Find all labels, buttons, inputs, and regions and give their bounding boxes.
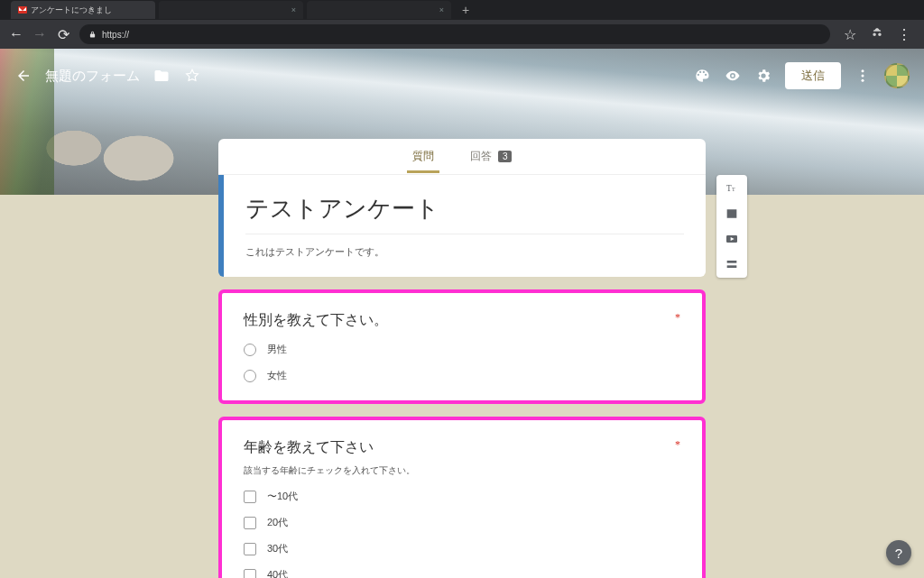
new-tab-button[interactable]: + (455, 3, 476, 17)
radio-option[interactable]: 女性 (244, 369, 680, 382)
add-section-icon[interactable] (724, 256, 740, 272)
checkbox-option[interactable]: 20代 (244, 516, 680, 529)
required-indicator: * (675, 438, 680, 452)
star-icon[interactable]: ☆ (843, 26, 857, 43)
checkbox-option[interactable]: 〜10代 (244, 490, 680, 503)
tab-label: 質問 (412, 150, 434, 162)
svg-text:T: T (726, 184, 732, 193)
preview-icon[interactable] (724, 67, 742, 85)
send-button[interactable]: 送信 (785, 62, 841, 89)
question-help[interactable]: 該当する年齢にチェックを入れて下さい。 (244, 464, 680, 477)
folder-icon[interactable] (152, 67, 171, 85)
option-label: 男性 (267, 343, 287, 356)
tab-responses[interactable]: 回答 3 (465, 140, 518, 173)
question-card[interactable]: 年齢を教えて下さい * 該当する年齢にチェックを入れて下さい。 〜10代 20代… (218, 417, 706, 578)
option-label: 〜10代 (267, 490, 298, 503)
radio-icon[interactable] (244, 344, 256, 356)
browser-tab-2[interactable]: × (307, 1, 451, 19)
product-header: 無題のフォーム 送信 (0, 58, 924, 94)
svg-rect-7 (727, 265, 737, 268)
radio-option[interactable]: 男性 (244, 343, 680, 356)
palette-icon[interactable] (693, 67, 711, 85)
browser-tab-label: アンケートにつきまし (31, 5, 112, 16)
help-icon: ? (895, 546, 902, 561)
help-button[interactable]: ? (886, 540, 911, 565)
tab-questions[interactable]: 質問 (407, 140, 439, 173)
forward-button[interactable]: → (32, 26, 47, 42)
question-title[interactable]: 年齢を教えて下さい (244, 438, 374, 457)
browser-tabstrip: アンケートにつきまし × × + (0, 0, 924, 20)
star-outline-icon[interactable] (183, 67, 201, 85)
checkbox-option[interactable]: 30代 (244, 542, 680, 555)
close-icon[interactable]: × (291, 5, 296, 14)
browser-tab-0[interactable]: アンケートにつきまし (11, 1, 155, 19)
option-label: 女性 (267, 369, 287, 382)
question-card[interactable]: 性別を教えて下さい。 * 男性 女性 (218, 289, 706, 404)
svg-point-1 (862, 75, 864, 78)
mail-icon (18, 6, 27, 14)
page: 無題のフォーム 送信 質問 回答 3 (0, 49, 924, 578)
form-description[interactable]: これはテストアンケートです。 (245, 234, 684, 259)
svg-text:T: T (732, 187, 735, 192)
url-bar[interactable]: https:// (79, 24, 830, 44)
add-title-icon[interactable]: TT (724, 180, 740, 197)
option-label: 40代 (267, 568, 288, 578)
option-label: 30代 (267, 542, 288, 555)
checkbox-option[interactable]: 40代 (244, 568, 680, 578)
checkbox-icon[interactable] (244, 517, 256, 529)
back-arrow-icon[interactable] (14, 67, 32, 85)
add-image-icon[interactable] (724, 206, 740, 222)
incognito-icon (870, 26, 884, 42)
svg-point-0 (862, 69, 864, 72)
browser-menu-button[interactable]: ⋮ (897, 26, 911, 43)
back-button[interactable]: ← (9, 26, 23, 42)
close-icon[interactable]: × (439, 5, 444, 14)
tab-label: 回答 (470, 150, 492, 162)
form-title[interactable]: テストアンケート (245, 193, 684, 234)
url-text: https:// (102, 30, 129, 40)
browser-tab-1[interactable]: × (159, 1, 303, 19)
checkbox-icon[interactable] (244, 569, 256, 579)
radio-icon[interactable] (244, 370, 256, 382)
checkbox-icon[interactable] (244, 491, 256, 503)
element-toolbar: TT (716, 175, 747, 278)
lock-icon (88, 30, 97, 40)
gear-icon[interactable] (754, 67, 772, 85)
form-tabs: 質問 回答 3 (218, 139, 706, 175)
question-title[interactable]: 性別を教えて下さい。 (244, 311, 388, 330)
checkbox-icon[interactable] (244, 543, 256, 555)
form-column: 質問 回答 3 テストアンケート これはテストアンケートです。 性別を教えて下さ… (218, 139, 706, 578)
svg-rect-6 (727, 261, 737, 263)
document-title[interactable]: 無題のフォーム (45, 68, 140, 85)
browser-toolbar: ← → ⟳ https:// ☆ ⋮ (0, 20, 924, 49)
required-indicator: * (675, 311, 680, 325)
response-count-badge: 3 (498, 151, 513, 162)
reload-button[interactable]: ⟳ (56, 26, 70, 43)
option-label: 20代 (267, 516, 288, 529)
more-menu-button[interactable] (854, 67, 872, 85)
add-video-icon[interactable] (724, 231, 740, 247)
svg-point-2 (862, 79, 864, 82)
form-title-card[interactable]: テストアンケート これはテストアンケートです。 (218, 175, 706, 277)
avatar[interactable] (884, 63, 910, 88)
